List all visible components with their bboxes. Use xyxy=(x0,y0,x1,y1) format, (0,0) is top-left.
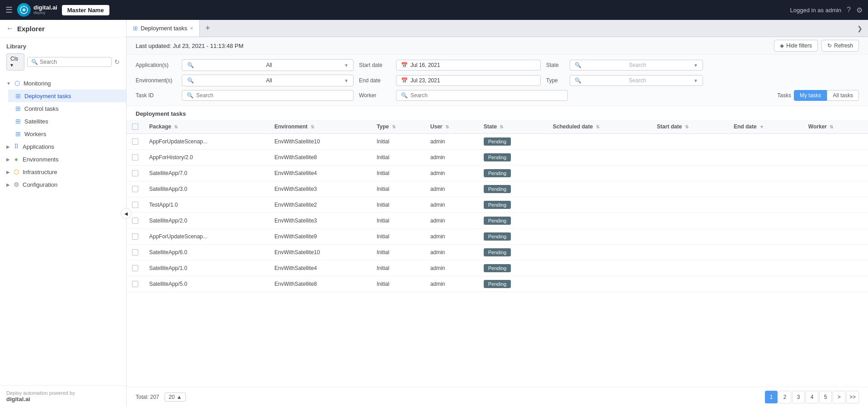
state-label: State xyxy=(546,62,564,68)
all-tasks-button[interactable]: All tasks xyxy=(827,90,859,101)
sidebar-refresh-icon[interactable]: ↻ xyxy=(114,58,120,66)
state-filter-select[interactable]: 🔍 Search ▼ xyxy=(570,60,703,71)
state-badge: Pending xyxy=(484,217,511,225)
tab-add-button[interactable]: + xyxy=(200,20,216,37)
last-page-button[interactable]: >> xyxy=(846,391,859,403)
row-end-date xyxy=(728,166,803,181)
sidebar: ← Explorer Library Cls ▾ 🔍 ↻ ▼ ⬡ Monito xyxy=(0,20,127,407)
logged-in-text: Logged in as admin xyxy=(790,7,841,14)
row-scheduled-date xyxy=(547,134,651,150)
per-page-value: 20 xyxy=(169,394,175,400)
sidebar-item-configuration[interactable]: ▶ ⚙ Configuration xyxy=(0,178,126,191)
next-page-button[interactable]: > xyxy=(833,391,845,403)
end-date-filter[interactable]: 📅 Jul 23, 2021 xyxy=(396,75,541,86)
end-sort-icon: ▼ xyxy=(760,124,764,129)
my-tasks-button[interactable]: My tasks xyxy=(794,90,827,101)
hide-filters-button[interactable]: ◈ Hide filters xyxy=(774,40,818,52)
row-worker xyxy=(803,245,868,260)
header-end-date[interactable]: End date ▼ xyxy=(728,120,803,134)
state-badge: Pending xyxy=(484,169,511,177)
row-checkbox[interactable] xyxy=(132,170,138,176)
header-type[interactable]: Type ⇅ xyxy=(371,120,425,134)
page-5-button[interactable]: 5 xyxy=(819,391,832,403)
workers-icon: ⊞ xyxy=(14,130,22,137)
row-checkbox[interactable] xyxy=(132,281,138,287)
header-scheduled-date[interactable]: Scheduled date ⇅ xyxy=(547,120,651,134)
page-1-button[interactable]: 1 xyxy=(765,391,778,403)
sidebar-item-workers[interactable]: ⊞ Workers xyxy=(8,128,126,140)
row-scheduled-date xyxy=(547,260,651,276)
sidebar-item-applications[interactable]: ▶ ⠿ Applications xyxy=(0,140,126,153)
header-start-date[interactable]: Start date ⇅ xyxy=(651,120,728,134)
row-checkbox-cell xyxy=(127,229,144,245)
page-3-button[interactable]: 3 xyxy=(792,391,805,403)
tab-close-icon[interactable]: × xyxy=(190,25,193,32)
search-icon-app: 🔍 xyxy=(187,62,194,69)
task-id-filter: 🔍 xyxy=(182,90,354,101)
row-type: Initial xyxy=(371,181,425,197)
refresh-button[interactable]: ↻ Refresh xyxy=(821,40,859,52)
environment-filter-select[interactable]: 🔍 All ▼ xyxy=(182,75,354,86)
row-checkbox[interactable] xyxy=(132,202,138,208)
tab-collapse-button[interactable]: ❯ xyxy=(852,25,868,32)
start-date-value: Jul 16, 2021 xyxy=(410,62,440,68)
row-checkbox[interactable] xyxy=(132,233,138,240)
row-checkbox[interactable] xyxy=(132,265,138,271)
deployment-tasks-tab[interactable]: ⊞ Deployment tasks × xyxy=(127,20,200,37)
row-state: Pending xyxy=(478,260,547,276)
header-environment[interactable]: Environment ⇅ xyxy=(269,120,371,134)
header-worker[interactable]: Worker ⇅ xyxy=(803,120,868,134)
page-4-button[interactable]: 4 xyxy=(806,391,818,403)
task-id-input[interactable] xyxy=(196,92,349,99)
row-checkbox[interactable] xyxy=(132,154,138,161)
row-state: Pending xyxy=(478,245,547,260)
row-type: Initial xyxy=(371,166,425,181)
row-checkbox[interactable] xyxy=(132,186,138,192)
page-2-button[interactable]: 2 xyxy=(778,391,791,403)
sidebar-item-infrastructure[interactable]: ▶ ⬡ Infrastructure xyxy=(0,166,126,178)
cls-dropdown[interactable]: Cls ▾ xyxy=(6,53,24,71)
sidebar-item-deployment-tasks[interactable]: ⊞ Deployment tasks xyxy=(8,90,126,102)
tree-section-monitoring[interactable]: ▼ ⬡ Monitoring xyxy=(0,77,126,90)
state-badge: Pending xyxy=(484,232,511,241)
type-search-icon: 🔍 xyxy=(575,77,581,84)
start-date-filter[interactable]: 📅 Jul 16, 2021 xyxy=(396,60,541,71)
table-row: SatelliteApp/3.0 EnvWithSatellite3 Initi… xyxy=(127,181,868,197)
content-area: Last updated: Jul 23, 2021 - 11:13:48 PM… xyxy=(127,37,868,407)
sidebar-item-environments[interactable]: ▶ ● Environments xyxy=(0,153,126,166)
environment-filter-label: Environment(s) xyxy=(136,77,176,84)
master-name-button[interactable]: Master Name xyxy=(62,5,109,15)
row-scheduled-date xyxy=(547,181,651,197)
application-filter-select[interactable]: 🔍 All ▼ xyxy=(182,59,354,71)
row-state: Pending xyxy=(478,197,547,213)
row-package: AppForUpdateScenар... xyxy=(144,229,269,245)
table-row: AppForUpdateScenар... EnvWithSatellite10… xyxy=(127,134,868,150)
help-icon[interactable]: ? xyxy=(847,6,851,14)
row-start-date xyxy=(651,245,728,260)
hamburger-menu-icon[interactable]: ☰ xyxy=(5,5,13,15)
library-section: Library Cls ▾ 🔍 ↻ xyxy=(0,38,126,74)
row-checkbox[interactable] xyxy=(132,138,138,145)
header-package[interactable]: Package ⇅ xyxy=(144,120,269,134)
row-environment: EnvWithSatellite8 xyxy=(269,276,371,292)
row-type: Initial xyxy=(371,213,425,229)
sidebar-search-input[interactable] xyxy=(40,59,108,65)
sidebar-item-control-tasks[interactable]: ⊞ Control tasks xyxy=(8,102,126,115)
select-all-checkbox[interactable] xyxy=(132,123,138,130)
type-filter-select[interactable]: 🔍 Search ▼ xyxy=(570,75,703,86)
row-scheduled-date xyxy=(547,276,651,292)
worker-input[interactable] xyxy=(410,92,563,99)
row-environment: EnvWithSatellite9 xyxy=(269,229,371,245)
application-dropdown-arrow: ▼ xyxy=(344,63,349,68)
row-checkbox[interactable] xyxy=(132,249,138,256)
sidebar-collapse-button[interactable]: ◀ xyxy=(121,208,132,219)
back-arrow-icon[interactable]: ← xyxy=(6,24,14,33)
header-state[interactable]: State ⇅ xyxy=(478,120,547,134)
header-user[interactable]: User ⇅ xyxy=(425,120,478,134)
settings-icon[interactable]: ⚙ xyxy=(856,6,863,14)
row-worker xyxy=(803,229,868,245)
per-page-selector[interactable]: 20 ▲ xyxy=(165,393,186,402)
filter-row-2: Environment(s) 🔍 All ▼ End date 📅 Jul 23… xyxy=(136,75,859,86)
sidebar-item-satellites[interactable]: ⊞ Satellites xyxy=(8,115,126,128)
row-checkbox[interactable] xyxy=(132,218,138,224)
